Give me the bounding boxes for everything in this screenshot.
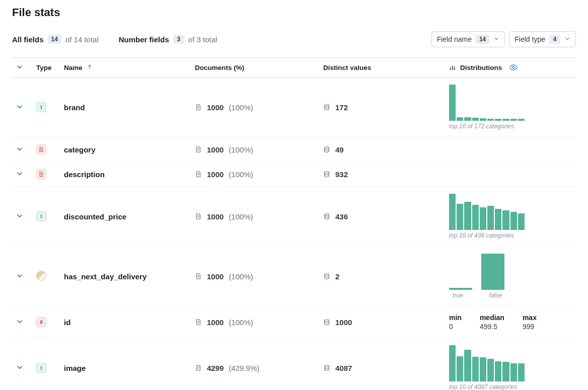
- field-type-filter-count: 4: [549, 35, 560, 44]
- document-icon: [195, 319, 202, 326]
- expand-row-button[interactable]: [16, 364, 23, 371]
- distributions-column-label: Distributions: [460, 64, 502, 71]
- toolbar-right: Field name 14 Field type 4: [431, 31, 576, 47]
- field-name: description: [64, 170, 105, 179]
- documents-column-header[interactable]: Documents (%): [191, 58, 319, 77]
- table-row: category 1000 (100%) 49: [12, 137, 576, 162]
- document-count: 1000: [207, 212, 224, 221]
- name-column-label: Name: [64, 64, 83, 71]
- table-header-row: Type Name Documents (%) Distinct values …: [12, 58, 576, 77]
- number-fields-suffix: of 3 total: [188, 35, 217, 44]
- expand-row-button[interactable]: [16, 145, 23, 152]
- all-fields-count-badge: 14: [48, 35, 61, 44]
- database-icon: [323, 319, 330, 326]
- expand-row-button[interactable]: [16, 272, 23, 279]
- number-fields-stat: Number fields 3 of 3 total: [119, 35, 217, 44]
- document-count: 1000: [207, 170, 224, 179]
- name-column-header[interactable]: Name: [60, 58, 191, 77]
- database-icon: [323, 104, 330, 111]
- distinct-value-count: 932: [335, 170, 348, 179]
- distinct-value-count: 172: [335, 103, 348, 112]
- number-type-icon: #: [36, 317, 46, 327]
- document-percentage: (100%): [229, 145, 253, 154]
- document-icon: [195, 171, 202, 178]
- svg-point-8: [325, 274, 329, 276]
- document-count: 1000: [207, 272, 224, 281]
- document-percentage: (100%): [229, 103, 253, 112]
- svg-rect-1: [452, 66, 453, 70]
- field-stats-table: Type Name Documents (%) Distinct values …: [12, 57, 576, 390]
- toolbar-left: All fields 14 of 14 total Number fields …: [12, 35, 217, 44]
- document-percentage: (429.9%): [229, 364, 259, 372]
- expand-row-button[interactable]: [16, 212, 23, 219]
- expand-column-header[interactable]: [12, 58, 32, 77]
- numeric-stats: min0 median499.5 max999: [449, 314, 572, 331]
- eye-icon[interactable]: [509, 63, 518, 72]
- distribution-sparkline: top 10 of 436 categories: [449, 194, 572, 239]
- field-name: category: [64, 145, 96, 154]
- svg-point-3: [512, 66, 514, 68]
- table-row: t brand 1000 (100%) 172 top 10 of 172 ca…: [12, 77, 576, 137]
- expand-row-button[interactable]: [16, 103, 23, 110]
- svg-point-10: [325, 365, 329, 367]
- toolbar: All fields 14 of 14 total Number fields …: [12, 27, 576, 57]
- svg-rect-2: [454, 66, 455, 70]
- document-count: 1000: [207, 103, 224, 112]
- svg-point-7: [325, 214, 329, 216]
- document-percentage: (100%): [229, 212, 253, 221]
- text-type-icon: t: [36, 363, 46, 373]
- field-name-filter-label: Field name: [437, 35, 472, 43]
- svg-rect-0: [450, 67, 451, 70]
- distinct-value-count: 436: [335, 212, 348, 221]
- distinct-value-count: 4087: [335, 364, 352, 372]
- document-icon: [195, 364, 202, 371]
- field-name-filter-count: 14: [476, 35, 489, 44]
- distributions-column-header: Distributions: [445, 58, 576, 77]
- field-name: brand: [64, 103, 85, 112]
- document-icon: [195, 213, 202, 220]
- database-icon: [323, 273, 330, 280]
- sort-ascending-icon: [87, 64, 93, 71]
- distribution-caption: top 10 of 4087 categories: [449, 383, 572, 390]
- document-percentage: (100%): [229, 318, 253, 327]
- field-type-filter-button[interactable]: Field type 4: [509, 31, 576, 47]
- table-row: t image 4299 (429.9%) 4087 top 10 of 408…: [12, 338, 576, 391]
- chevron-down-icon: [564, 35, 570, 43]
- document-count: 1000: [207, 318, 224, 327]
- table-row: t discounted_price 1000 (100%) 436 top 1…: [12, 187, 576, 247]
- field-name: id: [64, 318, 70, 327]
- table-row: # id 1000 (100%) 1000 min0 median499.5 m…: [12, 306, 576, 338]
- expand-row-button[interactable]: [16, 170, 23, 177]
- all-fields-suffix: of 14 total: [65, 35, 99, 44]
- type-column-header[interactable]: Type: [32, 58, 60, 77]
- distribution-caption: top 10 of 172 categories: [449, 123, 572, 130]
- svg-point-5: [325, 147, 329, 149]
- chevron-down-icon: [16, 63, 23, 70]
- field-type-filter-label: Field type: [514, 35, 545, 43]
- distribution-sparkline: truefalse: [449, 254, 572, 299]
- document-type-icon: [36, 169, 46, 179]
- number-fields-count-badge: 3: [173, 35, 184, 44]
- page-title: File stats: [12, 0, 576, 27]
- svg-point-9: [325, 320, 329, 322]
- all-fields-stat: All fields 14 of 14 total: [12, 35, 99, 44]
- document-icon: [195, 104, 202, 111]
- svg-point-4: [325, 105, 329, 107]
- document-percentage: (100%): [229, 272, 253, 281]
- document-percentage: (100%): [229, 170, 253, 179]
- distinct-column-header[interactable]: Distinct values: [319, 58, 445, 77]
- distinct-value-count: 49: [335, 145, 344, 154]
- document-type-icon: [36, 144, 46, 154]
- field-name: discounted_price: [64, 212, 126, 221]
- expand-row-button[interactable]: [16, 318, 23, 325]
- distribution-sparkline: top 10 of 4087 categories: [449, 345, 572, 390]
- field-name-filter-button[interactable]: Field name 14: [431, 31, 505, 47]
- distribution-caption: top 10 of 436 categories: [449, 232, 572, 239]
- document-icon: [195, 273, 202, 280]
- svg-point-6: [325, 172, 329, 174]
- database-icon: [323, 213, 330, 220]
- document-icon: [195, 146, 202, 153]
- field-name: has_next_day_delivery: [64, 272, 146, 281]
- document-count: 4299: [207, 364, 224, 372]
- database-icon: [323, 146, 330, 153]
